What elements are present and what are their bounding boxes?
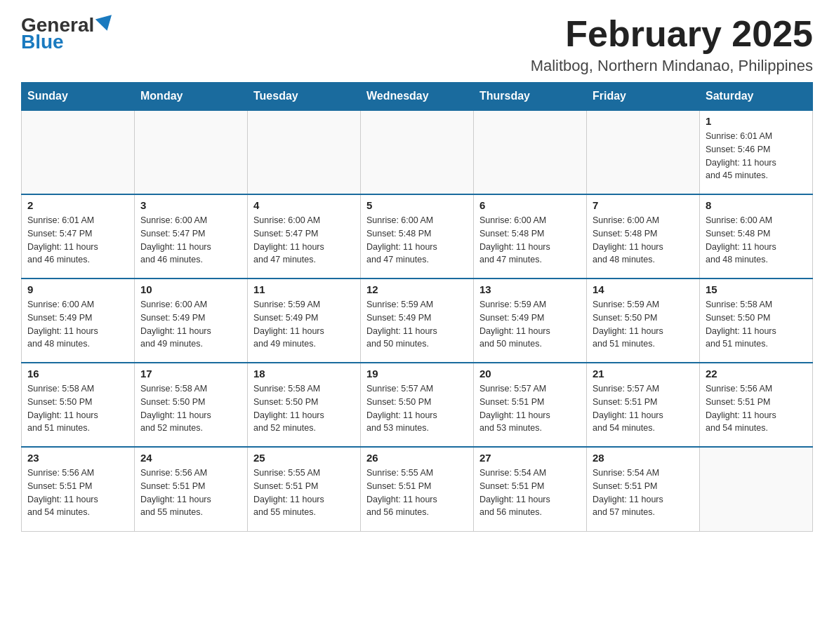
day-info: Sunrise: 5:59 AM Sunset: 5:50 PM Dayligh… [593, 298, 694, 351]
location-subtitle: Malitbog, Northern Mindanao, Philippines [531, 57, 813, 75]
calendar-day-cell: 18Sunrise: 5:58 AM Sunset: 5:50 PM Dayli… [248, 363, 361, 447]
calendar-day-cell: 26Sunrise: 5:55 AM Sunset: 5:51 PM Dayli… [361, 447, 474, 531]
day-info: Sunrise: 6:01 AM Sunset: 5:46 PM Dayligh… [706, 130, 807, 182]
calendar-day-cell: 13Sunrise: 5:59 AM Sunset: 5:49 PM Dayli… [474, 279, 587, 363]
day-number: 24 [140, 452, 241, 464]
calendar-day-cell: 10Sunrise: 6:00 AM Sunset: 5:49 PM Dayli… [135, 279, 248, 363]
day-number: 25 [253, 452, 355, 464]
calendar-day-cell: 19Sunrise: 5:57 AM Sunset: 5:50 PM Dayli… [361, 363, 474, 447]
calendar-day-cell: 11Sunrise: 5:59 AM Sunset: 5:49 PM Dayli… [248, 279, 361, 363]
day-number: 16 [27, 368, 128, 380]
day-number: 20 [479, 368, 581, 380]
day-info: Sunrise: 6:00 AM Sunset: 5:48 PM Dayligh… [479, 214, 581, 267]
day-info: Sunrise: 5:54 AM Sunset: 5:51 PM Dayligh… [593, 467, 694, 519]
day-number: 10 [140, 283, 241, 295]
calendar-day-cell [248, 110, 361, 194]
calendar-day-cell: 27Sunrise: 5:54 AM Sunset: 5:51 PM Dayli… [474, 447, 587, 531]
logo-blue-text: Blue [21, 31, 64, 53]
calendar-day-cell: 9Sunrise: 6:00 AM Sunset: 5:49 PM Daylig… [22, 279, 135, 363]
day-number: 27 [479, 452, 581, 464]
day-info: Sunrise: 5:59 AM Sunset: 5:49 PM Dayligh… [479, 298, 581, 351]
calendar-day-cell: 25Sunrise: 5:55 AM Sunset: 5:51 PM Dayli… [248, 447, 361, 531]
day-of-week-header: Saturday [700, 83, 813, 111]
day-of-week-header: Tuesday [248, 83, 361, 111]
calendar-day-cell: 22Sunrise: 5:56 AM Sunset: 5:51 PM Dayli… [700, 363, 813, 447]
day-info: Sunrise: 6:01 AM Sunset: 5:47 PM Dayligh… [27, 214, 128, 267]
calendar-day-cell [22, 110, 135, 194]
day-info: Sunrise: 5:58 AM Sunset: 5:50 PM Dayligh… [140, 382, 241, 435]
day-of-week-header: Sunday [22, 83, 135, 111]
day-number: 13 [479, 283, 581, 295]
day-number: 18 [253, 368, 355, 380]
calendar-day-cell [700, 447, 813, 531]
day-info: Sunrise: 6:00 AM Sunset: 5:48 PM Dayligh… [366, 214, 468, 267]
day-number: 22 [706, 368, 807, 380]
calendar-week-row: 23Sunrise: 5:56 AM Sunset: 5:51 PM Dayli… [22, 447, 813, 531]
day-number: 14 [593, 283, 694, 295]
calendar-day-cell: 21Sunrise: 5:57 AM Sunset: 5:51 PM Dayli… [587, 363, 700, 447]
day-number: 21 [593, 368, 694, 380]
day-number: 9 [27, 283, 128, 295]
day-number: 28 [593, 452, 694, 464]
page-header: General Blue February 2025 Malitbog, Nor… [21, 14, 813, 75]
day-info: Sunrise: 5:55 AM Sunset: 5:51 PM Dayligh… [366, 467, 468, 519]
day-info: Sunrise: 5:59 AM Sunset: 5:49 PM Dayligh… [253, 298, 355, 351]
day-number: 26 [366, 452, 468, 464]
calendar-table: SundayMondayTuesdayWednesdayThursdayFrid… [21, 82, 813, 532]
day-info: Sunrise: 5:57 AM Sunset: 5:50 PM Dayligh… [366, 382, 468, 435]
day-info: Sunrise: 5:57 AM Sunset: 5:51 PM Dayligh… [479, 382, 581, 435]
day-info: Sunrise: 5:55 AM Sunset: 5:51 PM Dayligh… [253, 467, 355, 519]
calendar-day-cell [587, 110, 700, 194]
calendar-day-cell: 2Sunrise: 6:01 AM Sunset: 5:47 PM Daylig… [22, 194, 135, 279]
calendar-day-cell: 28Sunrise: 5:54 AM Sunset: 5:51 PM Dayli… [587, 447, 700, 531]
day-info: Sunrise: 5:59 AM Sunset: 5:49 PM Dayligh… [366, 298, 468, 351]
calendar-day-cell: 17Sunrise: 5:58 AM Sunset: 5:50 PM Dayli… [135, 363, 248, 447]
day-of-week-header: Monday [135, 83, 248, 111]
calendar-day-cell [135, 110, 248, 194]
calendar-day-cell: 4Sunrise: 6:00 AM Sunset: 5:47 PM Daylig… [248, 194, 361, 279]
calendar-week-row: 2Sunrise: 6:01 AM Sunset: 5:47 PM Daylig… [22, 194, 813, 279]
calendar-day-cell: 23Sunrise: 5:56 AM Sunset: 5:51 PM Dayli… [22, 447, 135, 531]
day-number: 2 [27, 199, 128, 211]
calendar-day-cell: 3Sunrise: 6:00 AM Sunset: 5:47 PM Daylig… [135, 194, 248, 279]
day-number: 3 [140, 199, 241, 211]
day-info: Sunrise: 6:00 AM Sunset: 5:47 PM Dayligh… [253, 214, 355, 267]
day-of-week-header: Wednesday [361, 83, 474, 111]
day-info: Sunrise: 6:00 AM Sunset: 5:48 PM Dayligh… [706, 214, 807, 267]
day-number: 19 [366, 368, 468, 380]
calendar-day-cell: 8Sunrise: 6:00 AM Sunset: 5:48 PM Daylig… [700, 194, 813, 279]
day-number: 23 [27, 452, 128, 464]
day-info: Sunrise: 5:58 AM Sunset: 5:50 PM Dayligh… [27, 382, 128, 435]
logo: General Blue [21, 14, 114, 53]
day-number: 17 [140, 368, 241, 380]
calendar-day-cell: 24Sunrise: 5:56 AM Sunset: 5:51 PM Dayli… [135, 447, 248, 531]
calendar-day-cell: 20Sunrise: 5:57 AM Sunset: 5:51 PM Dayli… [474, 363, 587, 447]
calendar-week-row: 1Sunrise: 6:01 AM Sunset: 5:46 PM Daylig… [22, 110, 813, 194]
day-info: Sunrise: 5:57 AM Sunset: 5:51 PM Dayligh… [593, 382, 694, 435]
calendar-header: SundayMondayTuesdayWednesdayThursdayFrid… [22, 83, 813, 111]
day-info: Sunrise: 6:00 AM Sunset: 5:48 PM Dayligh… [593, 214, 694, 267]
calendar-week-row: 16Sunrise: 5:58 AM Sunset: 5:50 PM Dayli… [22, 363, 813, 447]
month-year-title: February 2025 [531, 14, 813, 54]
calendar-body: 1Sunrise: 6:01 AM Sunset: 5:46 PM Daylig… [22, 110, 813, 531]
day-of-week-header: Friday [587, 83, 700, 111]
day-number: 12 [366, 283, 468, 295]
day-info: Sunrise: 5:58 AM Sunset: 5:50 PM Dayligh… [253, 382, 355, 435]
day-number: 15 [706, 283, 807, 295]
calendar-day-cell: 16Sunrise: 5:58 AM Sunset: 5:50 PM Dayli… [22, 363, 135, 447]
day-info: Sunrise: 5:54 AM Sunset: 5:51 PM Dayligh… [479, 467, 581, 519]
day-info: Sunrise: 5:56 AM Sunset: 5:51 PM Dayligh… [706, 382, 807, 435]
day-number: 7 [593, 199, 694, 211]
calendar-day-cell: 5Sunrise: 6:00 AM Sunset: 5:48 PM Daylig… [361, 194, 474, 279]
logo-blue-container [94, 17, 114, 34]
day-info: Sunrise: 5:58 AM Sunset: 5:50 PM Dayligh… [706, 298, 807, 351]
days-of-week-row: SundayMondayTuesdayWednesdayThursdayFrid… [22, 83, 813, 111]
day-number: 5 [366, 199, 468, 211]
calendar-day-cell: 1Sunrise: 6:01 AM Sunset: 5:46 PM Daylig… [700, 110, 813, 194]
day-number: 4 [253, 199, 355, 211]
calendar-day-cell: 14Sunrise: 5:59 AM Sunset: 5:50 PM Dayli… [587, 279, 700, 363]
title-area: February 2025 Malitbog, Northern Mindana… [531, 14, 813, 75]
calendar-day-cell: 6Sunrise: 6:00 AM Sunset: 5:48 PM Daylig… [474, 194, 587, 279]
day-info: Sunrise: 6:00 AM Sunset: 5:49 PM Dayligh… [140, 298, 241, 351]
day-info: Sunrise: 6:00 AM Sunset: 5:49 PM Dayligh… [27, 298, 128, 351]
